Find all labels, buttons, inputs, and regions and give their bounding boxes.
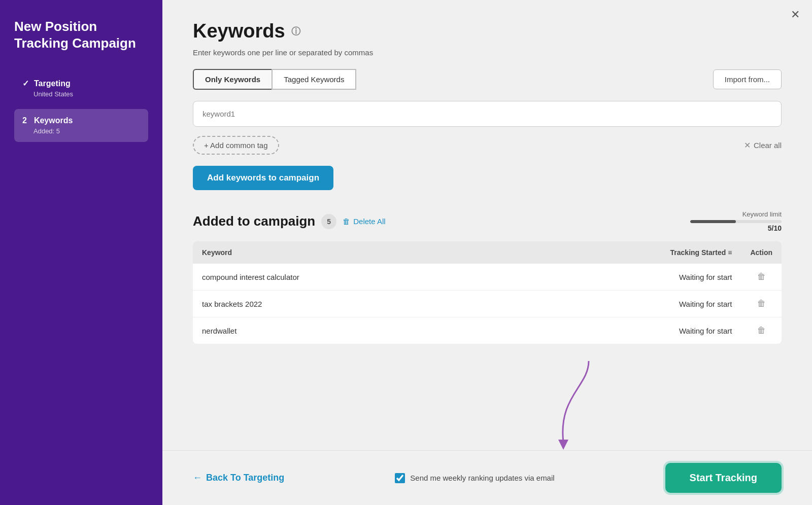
table-row: compound interest calculator Waiting for… [193,264,782,291]
email-checkbox-row: Send me weekly ranking updates via email [304,473,645,483]
back-button-label: Back To Targeting [206,473,284,483]
back-arrow-icon: ← [193,473,202,483]
main-content: ✕ Keywords ⓘ Enter keywords one per line… [162,0,812,505]
add-common-tag-button[interactable]: + Add common tag [193,136,279,155]
delete-row-button[interactable]: 🗑 [757,299,766,309]
content-area: Keywords ⓘ Enter keywords one per line o… [162,0,812,450]
keywords-table: Keyword Tracking Started ≡ Action [193,241,782,344]
keyword-limit-label: Keyword limit [690,210,782,218]
keyword-input[interactable] [193,101,782,127]
sidebar: New Position Tracking Campaign ✓ Targeti… [0,0,162,505]
footer: ← Back To Targeting Send me weekly ranki… [162,450,812,505]
page-title-row: Keywords ⓘ [193,20,782,42]
keyword-limit-progress [690,220,782,223]
row-action: 🗑 [741,264,782,291]
added-count-badge: 5 [321,214,336,229]
sidebar-targeting-label: Targeting [34,79,71,88]
row-keyword: tax brackets 2022 [193,291,517,317]
sidebar-targeting-sub: United States [22,90,140,98]
col-tracking-started[interactable]: Tracking Started ≡ [517,241,741,264]
delete-all-label: Delete All [353,217,385,226]
tag-row: + Add common tag ✕ Clear all [193,136,782,155]
page-title: Keywords [193,20,285,42]
filter-icon: ≡ [728,248,732,257]
add-tag-label: + Add common tag [204,141,268,150]
keyword-limit-area: Keyword limit 5/10 [690,210,782,232]
start-tracking-button[interactable]: Start Tracking [665,463,782,493]
clear-x-icon: ✕ [744,140,751,150]
sidebar-keywords-sub: Added: 5 [22,127,140,135]
sidebar-keywords-label: Keywords [34,116,73,125]
delete-all-button[interactable]: 🗑 Delete All [343,217,385,226]
import-button[interactable]: Import from... [713,69,782,89]
added-section-title: Added to campaign [193,213,315,229]
clear-all-label: Clear all [754,141,782,150]
sidebar-item-targeting[interactable]: ✓ Targeting United States [14,71,148,105]
keyword-limit-fill [690,220,736,223]
delete-row-button[interactable]: 🗑 [757,326,766,336]
add-keywords-button[interactable]: Add keywords to campaign [193,166,333,190]
added-section-header: Added to campaign 5 🗑 Delete All Keyword… [193,210,782,232]
table-row: nerdwallet Waiting for start 🗑 [193,317,782,344]
tab-only-keywords[interactable]: Only Keywords [193,69,272,90]
info-icon[interactable]: ⓘ [291,25,300,38]
row-status: Waiting for start [517,317,741,344]
sidebar-item-keywords[interactable]: 2 Keywords Added: 5 [14,109,148,142]
col-action: Action [741,241,782,264]
row-status: Waiting for start [517,291,741,317]
back-to-targeting-button[interactable]: ← Back To Targeting [193,473,284,483]
table-row: tax brackets 2022 Waiting for start 🗑 [193,291,782,317]
tabs-row: Only Keywords Tagged Keywords Import fro… [193,69,782,90]
email-checkbox[interactable] [395,473,405,483]
clear-all-button[interactable]: ✕ Clear all [744,140,782,150]
delete-row-button[interactable]: 🗑 [757,272,766,282]
check-icon: ✓ [22,79,29,88]
col-keyword: Keyword [193,241,517,264]
tab-tagged-keywords[interactable]: Tagged Keywords [272,69,356,90]
row-action: 🗑 [741,317,782,344]
step-number: 2 [22,116,27,125]
subtitle: Enter keywords one per line or separated… [193,48,782,57]
row-keyword: nerdwallet [193,317,517,344]
row-keyword: compound interest calculator [193,264,517,291]
email-checkbox-label: Send me weekly ranking updates via email [410,474,554,482]
close-button[interactable]: ✕ [791,9,800,20]
row-status: Waiting for start [517,264,741,291]
sidebar-title: New Position Tracking Campaign [14,18,148,51]
keyword-limit-count: 5/10 [690,224,782,232]
row-action: 🗑 [741,291,782,317]
trash-icon: 🗑 [343,217,350,226]
